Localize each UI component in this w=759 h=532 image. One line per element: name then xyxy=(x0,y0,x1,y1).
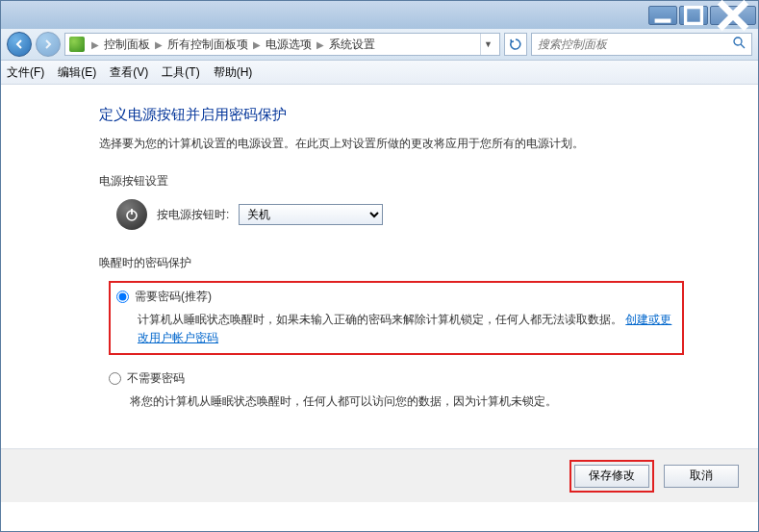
search-box[interactable] xyxy=(531,33,752,56)
titlebar xyxy=(1,1,758,29)
minimize-button[interactable] xyxy=(648,6,677,25)
page-title: 定义电源按钮并启用密码保护 xyxy=(99,106,720,124)
svg-rect-1 xyxy=(686,7,702,23)
radio-require-password-desc: 计算机从睡眠状态唤醒时，如果未输入正确的密码来解除计算机锁定，任何人都无法读取数… xyxy=(138,311,676,347)
power-button-row: 按电源按钮时: 关机 xyxy=(116,199,720,230)
page-description: 选择要为您的计算机设置的电源设置。在此页上对设置所做的更改将应用于您所有的电源计… xyxy=(99,136,720,152)
svg-point-4 xyxy=(734,38,742,45)
footer: 保存修改 取消 xyxy=(1,448,758,502)
search-icon xyxy=(733,36,746,53)
navbar: ▶ 控制面板 ▶ 所有控制面板项 ▶ 电源选项 ▶ 系统设置 ▼ xyxy=(1,29,758,61)
menu-help[interactable]: 帮助(H) xyxy=(214,64,253,81)
save-button-highlight: 保存修改 xyxy=(569,460,654,493)
chevron-right-icon: ▶ xyxy=(152,39,165,50)
content: 定义电源按钮并启用密码保护 选择要为您的计算机设置的电源设置。在此页上对设置所做… xyxy=(1,85,758,448)
power-icon xyxy=(116,199,147,230)
search-input[interactable] xyxy=(538,38,733,51)
back-button[interactable] xyxy=(7,32,32,57)
radio-require-password-row: 需要密码(推荐) xyxy=(116,289,676,305)
close-button[interactable] xyxy=(710,6,756,25)
svg-line-5 xyxy=(741,44,745,48)
menubar: 文件(F) 编辑(E) 查看(V) 工具(T) 帮助(H) xyxy=(1,61,758,85)
save-button[interactable]: 保存修改 xyxy=(574,465,649,488)
breadcrumb-dropdown-icon[interactable]: ▼ xyxy=(480,34,495,55)
radio-no-password-label: 不需要密码 xyxy=(127,370,185,387)
power-button-section-label: 电源按钮设置 xyxy=(99,173,720,190)
radio-no-password[interactable] xyxy=(109,372,121,385)
menu-file[interactable]: 文件(F) xyxy=(7,64,44,81)
radio-no-password-desc: 将您的计算机从睡眠状态唤醒时，任何人都可以访问您的数据，因为计算机未锁定。 xyxy=(130,393,669,411)
maximize-button[interactable] xyxy=(679,6,708,25)
radio-require-password-label: 需要密码(推荐) xyxy=(135,289,212,305)
breadcrumb-item-control-panel[interactable]: 控制面板 xyxy=(104,37,150,53)
control-panel-icon xyxy=(69,37,85,52)
refresh-button[interactable] xyxy=(504,33,527,56)
power-button-action-dropdown[interactable]: 关机 xyxy=(239,204,383,225)
recommended-option-highlight: 需要密码(推荐) 计算机从睡眠状态唤醒时，如果未输入正确的密码来解除计算机锁定，… xyxy=(109,281,684,355)
breadcrumb-item-all-items[interactable]: 所有控制面板项 xyxy=(167,37,248,53)
chevron-right-icon: ▶ xyxy=(89,39,102,50)
chevron-right-icon: ▶ xyxy=(250,39,264,50)
breadcrumb-item-system-settings[interactable]: 系统设置 xyxy=(329,37,375,53)
wake-password-radio-group: 需要密码(推荐) 计算机从睡眠状态唤醒时，如果未输入正确的密码来解除计算机锁定，… xyxy=(109,281,720,412)
cancel-button[interactable]: 取消 xyxy=(664,465,739,488)
wake-password-section-label: 唤醒时的密码保护 xyxy=(99,255,720,271)
breadcrumb-item-power-options[interactable]: 电源选项 xyxy=(266,37,312,53)
menu-tools[interactable]: 工具(T) xyxy=(162,64,199,81)
window: ▶ 控制面板 ▶ 所有控制面板项 ▶ 电源选项 ▶ 系统设置 ▼ 文件(F) 编… xyxy=(0,0,759,532)
radio-require-password[interactable] xyxy=(116,291,129,303)
breadcrumb[interactable]: ▶ 控制面板 ▶ 所有控制面板项 ▶ 电源选项 ▶ 系统设置 ▼ xyxy=(64,33,500,56)
radio-no-password-row: 不需要密码 xyxy=(109,370,720,387)
power-button-label: 按电源按钮时: xyxy=(157,207,229,223)
menu-edit[interactable]: 编辑(E) xyxy=(58,64,96,81)
chevron-right-icon: ▶ xyxy=(314,39,327,50)
menu-view[interactable]: 查看(V) xyxy=(110,64,148,81)
forward-button[interactable] xyxy=(36,32,61,57)
